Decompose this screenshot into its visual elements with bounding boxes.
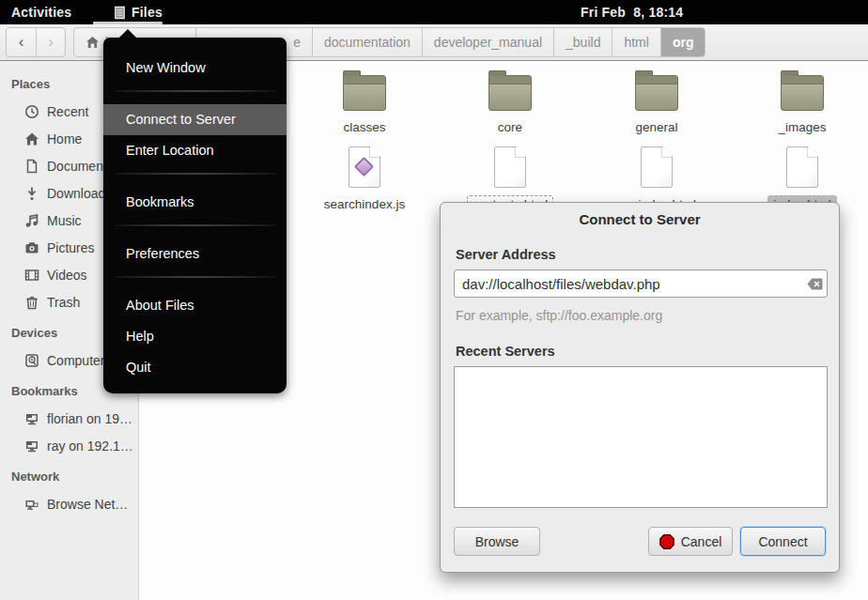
- html-file-icon: [786, 146, 818, 188]
- history-buttons: ‹ ›: [6, 27, 66, 57]
- menu-item-about-files[interactable]: About Files: [103, 290, 287, 321]
- folder-images[interactable]: _images: [746, 75, 859, 137]
- sidebar-item-label: ray on 192.1…: [47, 438, 133, 454]
- open-menu-indicator: [93, 22, 163, 24]
- sidebar-item-label: florian on 19…: [47, 411, 132, 426]
- server-address-hint: For example, sftp://foo.example.org: [456, 308, 662, 323]
- menu-separator: [115, 90, 275, 92]
- recent-servers-list[interactable]: [454, 366, 828, 508]
- html-file-icon: [641, 146, 673, 188]
- menu-item-enter-location[interactable]: Enter Location: [103, 135, 287, 166]
- forward-button[interactable]: ›: [36, 28, 65, 56]
- top-bar: Activities Files Fri Feb 8, 18:14: [0, 0, 868, 24]
- menu-item-new-window[interactable]: New Window: [103, 53, 287, 84]
- menu-item-connect-to-server[interactable]: Connect to Server: [103, 104, 287, 135]
- breadcrumb-segment[interactable]: developer_manual: [423, 28, 554, 56]
- sidebar-header-network: Network: [0, 463, 138, 490]
- sidebar-item-label: Pictures: [47, 240, 95, 255]
- recent-servers-label: Recent Servers: [456, 344, 555, 359]
- file-label: general: [629, 118, 683, 137]
- menu-item-bookmarks[interactable]: Bookmarks: [103, 187, 287, 218]
- trash-icon: [24, 295, 39, 310]
- sidebar-item-label: Home: [47, 131, 82, 146]
- home-icon: [85, 36, 100, 49]
- file-label: searchindex.js: [318, 195, 411, 214]
- music-icon: [24, 213, 39, 228]
- cancel-button[interactable]: Cancel: [648, 527, 733, 556]
- file-label: _images: [772, 118, 831, 137]
- menu-separator: [115, 173, 275, 175]
- connect-button[interactable]: Connect: [740, 527, 826, 556]
- breadcrumb-segment[interactable]: _build: [554, 28, 612, 56]
- cancel-button-label: Cancel: [681, 534, 722, 549]
- folder-classes[interactable]: classes: [308, 75, 421, 137]
- clock[interactable]: Fri Feb 8, 18:14: [581, 0, 683, 24]
- sidebar-item-bookmark-ray[interactable]: ray on 192.1…: [0, 432, 138, 459]
- html-file-icon: [494, 146, 526, 188]
- breadcrumb-segment[interactable]: html: [612, 28, 660, 56]
- breadcrumb-label: _build: [566, 35, 600, 50]
- server-address-label: Server Address: [456, 247, 556, 262]
- clock-icon: [24, 104, 39, 119]
- menu-separator: [115, 224, 275, 226]
- breadcrumb-segment[interactable]: documentation: [313, 28, 423, 56]
- sidebar-item-label: Computer: [47, 353, 104, 368]
- camera-icon: [24, 240, 39, 255]
- sidebar-item-label: Music: [47, 213, 82, 228]
- sidebar-item-label: Recent: [47, 104, 88, 119]
- back-button[interactable]: ‹: [7, 28, 36, 56]
- sidebar-item-label: Videos: [47, 268, 87, 283]
- dialog-actions: Browse Cancel Connect: [454, 527, 826, 556]
- browse-button[interactable]: Browse: [454, 527, 540, 556]
- sidebar-item-browse-network[interactable]: Browse Net…: [0, 490, 138, 517]
- breadcrumb-label: e: [293, 35, 301, 50]
- cancel-stop-icon: [659, 534, 674, 549]
- server-address-entry: [454, 269, 828, 298]
- forward-icon: ›: [48, 33, 54, 52]
- breadcrumb-label: documentation: [324, 35, 411, 50]
- breadcrumb-label: html: [624, 35, 648, 50]
- sidebar-item-bookmark-florian[interactable]: florian on 19…: [0, 405, 138, 432]
- desktop: Activities Files Fri Feb 8, 18:14 ‹ › k …: [0, 0, 868, 600]
- folder-icon: [343, 75, 386, 111]
- activities-button[interactable]: Activities: [11, 0, 71, 24]
- home-icon: [24, 131, 39, 146]
- download-icon: [24, 186, 39, 201]
- file-label: core: [492, 118, 528, 137]
- menu-item-quit[interactable]: Quit: [103, 352, 287, 383]
- harddisk-icon: [24, 353, 39, 368]
- breadcrumb-label: org: [673, 35, 694, 50]
- sidebar-item-label: Downloads: [47, 186, 112, 201]
- dialog-title: Connect to Server: [441, 211, 839, 227]
- clear-entry-button[interactable]: [802, 278, 827, 290]
- network-share-icon: [24, 438, 39, 454]
- browse-button-label: Browse: [475, 534, 519, 549]
- folder-general[interactable]: general: [600, 75, 713, 137]
- film-icon: [24, 268, 39, 283]
- network-browse-icon: [24, 497, 39, 512]
- network-share-icon: [24, 411, 39, 426]
- folder-icon: [781, 75, 824, 111]
- sidebar-item-label: Trash: [47, 295, 80, 310]
- files-app-icon: [113, 6, 127, 20]
- folder-core[interactable]: core: [454, 75, 566, 137]
- back-icon: ‹: [19, 33, 24, 52]
- file-searchindex[interactable]: searchindex.js: [308, 146, 421, 214]
- menu-item-help[interactable]: Help: [103, 321, 287, 352]
- folder-icon: [488, 75, 532, 111]
- connect-to-server-dialog: Connect to Server Server Address For exa…: [440, 202, 840, 573]
- file-label: classes: [337, 118, 391, 137]
- breadcrumb-segment-current[interactable]: org: [661, 28, 705, 56]
- document-icon: [24, 159, 39, 174]
- connect-button-label: Connect: [758, 534, 807, 549]
- breadcrumb-label: developer_manual: [434, 35, 542, 50]
- sidebar-item-label: Browse Net…: [47, 497, 128, 512]
- server-address-input[interactable]: [455, 276, 802, 292]
- menu-separator: [115, 276, 275, 278]
- script-file-icon: [349, 146, 380, 188]
- files-app-menu: New Window Connect to Server Enter Locat…: [103, 38, 287, 393]
- menu-item-preferences[interactable]: Preferences: [103, 238, 287, 269]
- folder-icon: [635, 75, 678, 111]
- clear-entry-icon: [807, 278, 823, 290]
